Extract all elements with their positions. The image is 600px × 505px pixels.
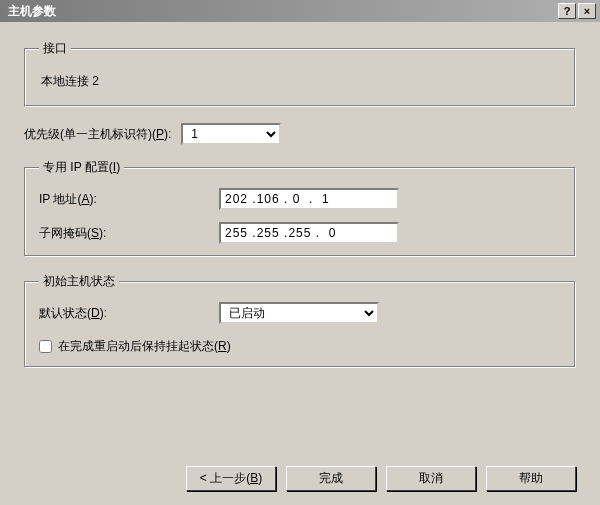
default-state-label: 默认状态(D): — [39, 305, 219, 322]
window-title: 主机参数 — [8, 3, 558, 20]
subnet-mask-label: 子网掩码(S): — [39, 225, 219, 242]
subnet-mask-input[interactable] — [219, 222, 399, 244]
subnet-mask-row: 子网掩码(S): — [39, 222, 561, 244]
interface-group: 接口 本地连接 2 — [24, 40, 576, 107]
suspend-checkbox[interactable] — [39, 340, 52, 353]
ip-config-group: 专用 IP 配置(I) IP 地址(A): 子网掩码(S): — [24, 159, 576, 257]
initial-state-group: 初始主机状态 默认状态(D): 已启动 在完成重启动后保持挂起状态(R) — [24, 273, 576, 368]
ip-address-input[interactable] — [219, 188, 399, 210]
dialog-body: 接口 本地连接 2 优先级(单一主机标识符)(P): 1 专用 IP 配置(I)… — [0, 22, 600, 396]
priority-select[interactable]: 1 — [181, 123, 281, 145]
suspend-checkbox-row: 在完成重启动后保持挂起状态(R) — [39, 338, 561, 355]
finish-button[interactable]: 完成 — [286, 466, 376, 491]
button-bar: < 上一步(B) 完成 取消 帮助 — [186, 466, 576, 491]
help-icon[interactable]: ? — [558, 3, 576, 19]
interface-value: 本地连接 2 — [39, 69, 561, 94]
interface-legend: 接口 — [39, 40, 71, 57]
ip-address-row: IP 地址(A): — [39, 188, 561, 210]
close-icon[interactable]: × — [578, 3, 596, 19]
ip-config-legend: 专用 IP 配置(I) — [39, 159, 124, 176]
help-button[interactable]: 帮助 — [486, 466, 576, 491]
back-button[interactable]: < 上一步(B) — [186, 466, 276, 491]
priority-label: 优先级(单一主机标识符)(P): — [24, 126, 171, 143]
suspend-checkbox-label: 在完成重启动后保持挂起状态(R) — [58, 338, 231, 355]
default-state-select[interactable]: 已启动 — [219, 302, 379, 324]
ip-address-label: IP 地址(A): — [39, 191, 219, 208]
default-state-row: 默认状态(D): 已启动 — [39, 302, 561, 324]
titlebar: 主机参数 ? × — [0, 0, 600, 22]
priority-row: 优先级(单一主机标识符)(P): 1 — [24, 123, 576, 145]
cancel-button[interactable]: 取消 — [386, 466, 476, 491]
initial-state-legend: 初始主机状态 — [39, 273, 119, 290]
titlebar-buttons: ? × — [558, 3, 596, 19]
